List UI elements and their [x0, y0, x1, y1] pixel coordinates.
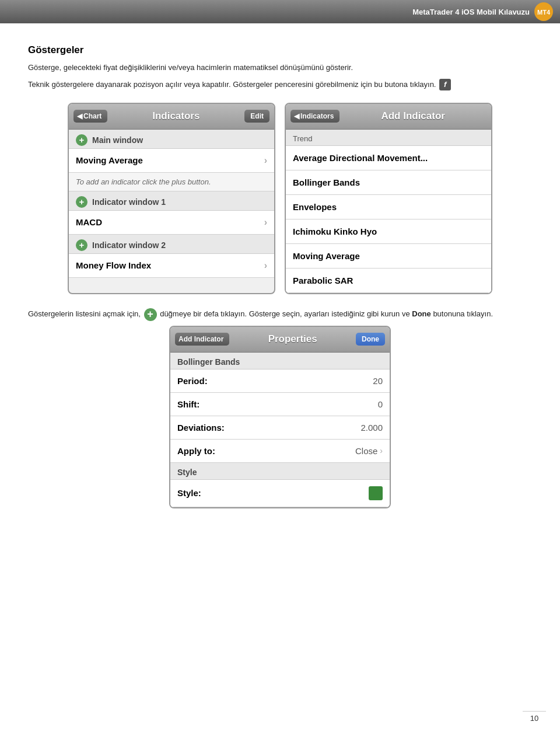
- bollinger-bands-row[interactable]: Bollinger Bands: [286, 170, 491, 195]
- money-flow-index-label: Money Flow Index: [76, 260, 151, 270]
- shift-value[interactable]: 0: [378, 399, 383, 409]
- main-window-label: Main window: [92, 135, 143, 145]
- parabolic-sar-row[interactable]: Parabolic SAR: [286, 269, 491, 293]
- deviations-label: Deviations:: [177, 423, 225, 433]
- apply-to-value: Close ›: [355, 446, 383, 456]
- left-nav-edit[interactable]: Edit: [244, 110, 270, 123]
- shift-label: Shift:: [177, 399, 200, 409]
- deviations-row: Deviations: 2.000: [170, 416, 390, 440]
- props-nav-title: Properties: [229, 333, 356, 345]
- apply-to-label: Apply to:: [177, 446, 215, 456]
- style-label: Style:: [177, 488, 201, 498]
- props-nav-back[interactable]: Add Indicator: [175, 333, 229, 346]
- macd-row[interactable]: MACD ›: [69, 211, 274, 235]
- right-nav-title: Add Indicator: [340, 110, 487, 122]
- left-screen: ◀ Chart Indicators Edit + Main window Mo…: [68, 103, 275, 294]
- apply-to-chevron: ›: [380, 446, 383, 455]
- moving-average-label: Moving Average: [76, 155, 143, 165]
- shift-row: Shift: 0: [170, 393, 390, 416]
- money-flow-index-row[interactable]: Money Flow Index ›: [69, 254, 274, 278]
- ichimoku-row[interactable]: Ichimoku Kinko Hyo: [286, 219, 491, 244]
- instruction-text1: Göstergelerin listesini açmak için,: [28, 309, 141, 318]
- moving-average-chevron: ›: [264, 155, 267, 166]
- body-para2-text: Teknik göstergelere dayanarak pozisyon a…: [28, 80, 436, 89]
- period-label: Period:: [177, 376, 208, 386]
- page-number: 10: [523, 711, 546, 723]
- section-title: Göstergeler: [28, 44, 532, 56]
- adm-row[interactable]: Average Directional Movement...: [286, 146, 491, 170]
- page-header: MetaTrader 4 iOS Mobil Kılavuzu MT4: [0, 0, 560, 23]
- envelopes-row[interactable]: Envelopes: [286, 195, 491, 219]
- moving-average-add-row[interactable]: Moving Average: [286, 244, 491, 269]
- style-swatch: [369, 486, 383, 500]
- period-value[interactable]: 20: [373, 376, 383, 386]
- done-bold: Done: [412, 309, 431, 318]
- plus-button-icon: +: [144, 308, 157, 321]
- body-para2: Teknik göstergelere dayanarak pozisyon a…: [28, 79, 532, 91]
- add-indicator2-icon[interactable]: +: [76, 239, 88, 251]
- right-nav-back[interactable]: ◀ Indicators: [290, 110, 340, 123]
- left-nav-back[interactable]: ◀ Chart: [74, 110, 107, 123]
- properties-screen: Add Indicator Properties Done Bollinger …: [169, 326, 391, 508]
- macd-label: MACD: [76, 217, 102, 227]
- moving-average-row[interactable]: Moving Average ›: [69, 149, 274, 173]
- money-flow-chevron: ›: [264, 260, 267, 271]
- apply-to-row[interactable]: Apply to: Close ›: [170, 440, 390, 463]
- bollinger-bands-header: Bollinger Bands: [170, 353, 390, 370]
- instruction-text2: düğmeye bir defa tıklayın. Gösterge seçi…: [160, 309, 493, 318]
- indicator1-label: Indicator window 1: [92, 197, 166, 207]
- page-content: Göstergeler Gösterge, gelecekteki fiyat …: [0, 23, 560, 532]
- right-nav-bar: ◀ Indicators Add Indicator: [286, 104, 491, 130]
- function-icon: f: [439, 79, 451, 90]
- instruction-para: Göstergelerin listesini açmak için, + dü…: [28, 308, 532, 321]
- indicator2-label: Indicator window 2: [92, 240, 166, 250]
- left-nav-bar: ◀ Chart Indicators Edit: [69, 104, 274, 130]
- section-indicator-2: + Indicator window 2: [69, 235, 274, 254]
- style-section-header: Style: [170, 463, 390, 480]
- deviations-value[interactable]: 2.000: [360, 423, 383, 433]
- devices-row: ◀ Chart Indicators Edit + Main window Mo…: [28, 103, 532, 294]
- add-main-window-icon[interactable]: +: [76, 134, 88, 146]
- macd-chevron: ›: [264, 217, 267, 228]
- period-row: Period: 20: [170, 370, 390, 393]
- section-main-window: + Main window: [69, 130, 274, 149]
- header-logo: MT4: [534, 2, 553, 21]
- props-nav-done[interactable]: Done: [356, 333, 385, 346]
- style-row[interactable]: Style:: [170, 480, 390, 507]
- right-screen: ◀ Indicators Add Indicator Trend Average…: [285, 103, 492, 294]
- body-para1: Gösterge, gelecekteki fiyat değişiklikle…: [28, 62, 532, 74]
- trend-section-header: Trend: [286, 130, 491, 146]
- header-title: MetaTrader 4 iOS Mobil Kılavuzu: [412, 8, 530, 16]
- add-indicator1-icon[interactable]: +: [76, 196, 88, 208]
- props-nav-bar: Add Indicator Properties Done: [170, 327, 390, 353]
- right-list: Trend Average Directional Movement... Bo…: [286, 130, 491, 293]
- props-list: Bollinger Bands Period: 20 Shift: 0 Devi…: [170, 353, 390, 507]
- section-indicator-1: + Indicator window 1: [69, 191, 274, 211]
- svg-text:MT4: MT4: [537, 9, 551, 16]
- left-list: + Main window Moving Average › To add an…: [69, 130, 274, 278]
- hint-text: To add an indicator click the plus butto…: [69, 173, 274, 191]
- left-nav-title: Indicators: [107, 110, 244, 122]
